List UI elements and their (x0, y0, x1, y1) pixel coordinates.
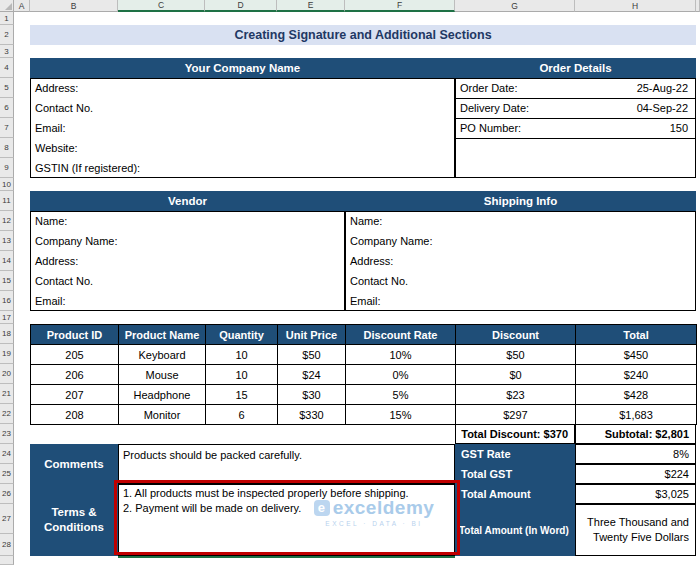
row-header-9[interactable]: 9 (0, 158, 14, 178)
product-cell[interactable]: 10 (206, 345, 278, 365)
product-cell[interactable]: $297 (456, 405, 576, 425)
column-header-E[interactable]: E (277, 0, 345, 12)
vendor-name-cell[interactable]: Name: (31, 212, 344, 232)
product-id-header[interactable]: Product ID (31, 325, 119, 345)
product-cell[interactable]: 10 (206, 365, 278, 385)
company-gstin-cell[interactable]: GSTIN (If registered): (31, 159, 454, 178)
shipping-info-header-cell[interactable]: Shipping Info (345, 191, 696, 211)
po-number-value[interactable]: 150 (574, 119, 695, 138)
column-header-D[interactable]: D (205, 0, 277, 12)
product-cell[interactable]: 6 (206, 405, 278, 425)
row-header-1[interactable]: 1 (0, 12, 14, 25)
product-cell[interactable]: $30 (278, 385, 346, 405)
row-header-14[interactable]: 14 (0, 251, 14, 271)
row-header-4[interactable]: 4 (0, 58, 14, 78)
product-cell[interactable]: $0 (456, 365, 576, 385)
shipping-email-cell[interactable]: Email: (346, 292, 695, 311)
company-name-header-cell[interactable]: Your Company Name (30, 58, 455, 78)
row-header-2[interactable]: 2 (0, 25, 14, 45)
product-cell[interactable]: $50 (456, 345, 576, 365)
row-header-21[interactable]: 21 (0, 384, 14, 404)
row-header-20[interactable]: 20 (0, 364, 14, 384)
discount-rate-header[interactable]: Discount Rate (346, 325, 456, 345)
shipping-contact-cell[interactable]: Contact No. (346, 272, 695, 292)
order-date-value[interactable]: 25-Aug-22 (574, 79, 695, 98)
row-header-8[interactable]: 8 (0, 138, 14, 158)
amount-in-words-value-cell[interactable]: Three Thousand and Twenty Five Dollars (575, 504, 696, 556)
order-date-label[interactable]: Order Date: (456, 79, 574, 98)
vendor-address-cell[interactable]: Address: (31, 252, 344, 272)
row-header-26[interactable]: 26 (0, 484, 14, 504)
product-cell[interactable]: 15 (206, 385, 278, 405)
row-header-22[interactable]: 22 (0, 404, 14, 424)
row-header-7[interactable]: 7 (0, 118, 14, 138)
product-cell[interactable]: Mouse (119, 365, 206, 385)
product-cell[interactable]: Monitor (119, 405, 206, 425)
row-header-27[interactable]: 27 (0, 504, 14, 534)
row-header-13[interactable]: 13 (0, 231, 14, 251)
product-cell[interactable]: $24 (278, 365, 346, 385)
company-website-cell[interactable]: Website: (31, 139, 454, 159)
comments-text-cell[interactable]: Products should be packed carefully. (118, 444, 455, 484)
terms-label-cell[interactable]: Terms & Conditions (30, 484, 118, 556)
product-cell[interactable]: $450 (576, 345, 697, 365)
product-cell[interactable]: $50 (278, 345, 346, 365)
row-header-6[interactable]: 6 (0, 98, 14, 118)
row-header-19[interactable]: 19 (0, 344, 14, 364)
discount-header[interactable]: Discount (456, 325, 576, 345)
select-all-corner[interactable] (0, 0, 14, 12)
product-name-header[interactable]: Product Name (119, 325, 206, 345)
row-header-10[interactable]: 10 (0, 178, 14, 191)
subtotal-cell[interactable]: Subtotal: $2,801 (575, 424, 696, 444)
shipping-address-cell[interactable]: Address: (346, 252, 695, 272)
comments-label-cell[interactable]: Comments (30, 444, 118, 484)
vendor-email-cell[interactable]: Email: (31, 292, 344, 311)
product-cell[interactable]: 207 (31, 385, 119, 405)
vendor-contact-cell[interactable]: Contact No. (31, 272, 344, 292)
row-header-12[interactable]: 12 (0, 211, 14, 231)
company-email-cell[interactable]: Email: (31, 119, 454, 139)
vendor-company-cell[interactable]: Company Name: (31, 232, 344, 252)
column-header-G[interactable]: G (455, 0, 575, 12)
row-header-24[interactable]: 24 (0, 444, 14, 464)
product-cell[interactable]: $23 (456, 385, 576, 405)
terms-text-cell[interactable]: e exceldemy EXCEL · DATA · BI 1. All pro… (118, 484, 455, 556)
row-header-23[interactable]: 23 (0, 424, 14, 444)
column-header-B[interactable]: B (30, 0, 118, 12)
row-header-16[interactable]: 16 (0, 291, 14, 311)
product-cell[interactable]: 5% (346, 385, 456, 405)
row-header-11[interactable]: 11 (0, 191, 14, 211)
row-header-3[interactable]: 3 (0, 45, 14, 58)
product-cell[interactable]: 205 (31, 345, 119, 365)
product-cell[interactable]: $428 (576, 385, 697, 405)
gst-rate-label-cell[interactable]: GST Rate (455, 444, 575, 464)
total-header[interactable]: Total (576, 325, 697, 345)
worksheet-title-cell[interactable]: Creating Signature and Additional Sectio… (30, 25, 696, 45)
quantity-header[interactable]: Quantity (206, 325, 278, 345)
amount-in-words-label-cell[interactable]: Total Amount (In Word) (455, 504, 575, 556)
company-address-cell[interactable]: Address: (31, 79, 454, 99)
shipping-name-cell[interactable]: Name: (346, 212, 695, 232)
total-gst-label-cell[interactable]: Total GST (455, 464, 575, 484)
delivery-date-value[interactable]: 04-Sep-22 (574, 99, 695, 118)
total-discount-cell[interactable]: Total Discount: $370 (455, 424, 575, 444)
po-number-label[interactable]: PO Number: (456, 119, 574, 138)
company-contact-cell[interactable]: Contact No. (31, 99, 454, 119)
product-cell[interactable]: 10% (346, 345, 456, 365)
column-header-C[interactable]: C (118, 0, 205, 12)
row-header-17[interactable]: 17 (0, 311, 14, 324)
product-cell[interactable]: $240 (576, 365, 697, 385)
product-cell[interactable]: 15% (346, 405, 456, 425)
product-cell[interactable]: Headphone (119, 385, 206, 405)
product-cell[interactable]: 208 (31, 405, 119, 425)
product-cell[interactable]: 206 (31, 365, 119, 385)
row-header-25[interactable]: 25 (0, 464, 14, 484)
row-header-5[interactable]: 5 (0, 78, 14, 98)
product-cell[interactable]: $330 (278, 405, 346, 425)
column-header-F[interactable]: F (345, 0, 455, 12)
column-header-A[interactable]: A (14, 0, 30, 12)
row-header-15[interactable]: 15 (0, 271, 14, 291)
product-cell[interactable]: Keyboard (119, 345, 206, 365)
delivery-date-label[interactable]: Delivery Date: (456, 99, 574, 118)
row-header-18[interactable]: 18 (0, 324, 14, 344)
